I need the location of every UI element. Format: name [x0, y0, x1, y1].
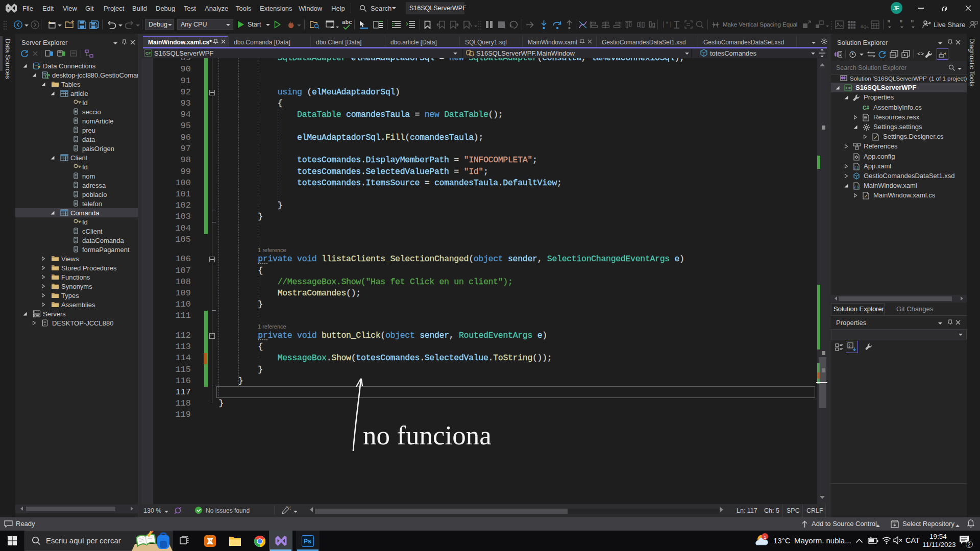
svg-text:C#: C# — [863, 105, 869, 111]
svg-text:C#: C# — [846, 86, 851, 90]
svg-text:{.}: {.} — [854, 185, 859, 189]
svg-text:{.}: {.} — [854, 165, 859, 170]
